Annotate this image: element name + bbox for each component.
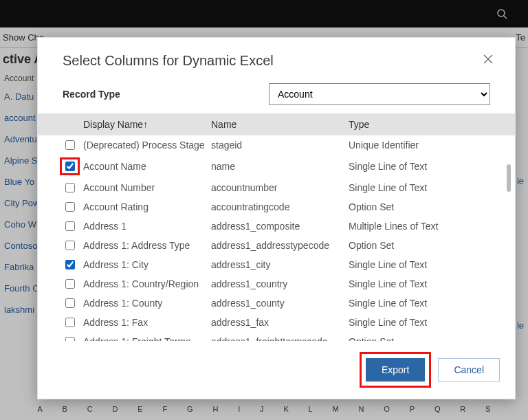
cell-name: address1_county: [211, 298, 349, 309]
cell-display-name: Address 1: Fax: [80, 317, 211, 328]
cell-name: accountnumber: [211, 182, 349, 193]
cell-name: address1_country: [211, 278, 349, 289]
cell-name: accountratingcode: [211, 201, 349, 212]
export-highlight: Export: [360, 352, 431, 388]
table-row[interactable]: Account NamenameSingle Line of Text: [63, 155, 511, 178]
cell-display-name: Address 1: City: [80, 259, 211, 270]
cell-type: Unique Identifier: [349, 140, 511, 151]
record-type-label: Record Type: [63, 89, 269, 100]
row-checkbox[interactable]: [65, 183, 75, 192]
cell-type: Single Line of Text: [349, 259, 511, 270]
scrollbar-thumb[interactable]: [507, 164, 511, 192]
row-checkbox[interactable]: [65, 279, 75, 289]
cell-type: Single Line of Text: [349, 161, 511, 172]
cell-type: Single Line of Text: [349, 298, 511, 309]
dialog-title: Select Columns for Dynamic Excel: [63, 53, 274, 69]
cell-display-name: Address 1: Country/Region: [80, 278, 211, 289]
table-row[interactable]: Address 1: Cityaddress1_citySingle Line …: [63, 255, 511, 274]
cell-type: Option Set: [349, 240, 511, 251]
table-row[interactable]: Address 1: Countyaddress1_countySingle L…: [63, 294, 511, 313]
cell-name: address1_addresstypecode: [211, 240, 349, 251]
cell-display-name: Account Number: [80, 182, 211, 193]
header-display-name[interactable]: Display Name↑: [80, 119, 211, 130]
cell-display-name: Address 1: Address Type: [80, 240, 211, 251]
highlighted-checkbox: [60, 157, 80, 175]
cell-type: Multiple Lines of Text: [349, 221, 511, 232]
cell-display-name: Address 1: County: [80, 298, 211, 309]
row-checkbox[interactable]: [65, 260, 75, 269]
cell-name: address1_city: [211, 259, 349, 270]
cell-name: name: [211, 161, 349, 172]
cell-display-name: Account Rating: [80, 201, 211, 212]
table-row[interactable]: Account NumberaccountnumberSingle Line o…: [63, 178, 511, 197]
close-icon[interactable]: [481, 52, 496, 69]
row-checkbox[interactable]: [65, 318, 75, 327]
header-type[interactable]: Type: [349, 119, 515, 130]
row-checkbox[interactable]: [65, 202, 75, 212]
cell-name: address1_freighttermscode: [211, 336, 349, 341]
cell-display-name: Address 1: [80, 221, 211, 232]
table-row[interactable]: Address 1: Address Typeaddress1_addresst…: [63, 236, 511, 255]
table-row[interactable]: Account RatingaccountratingcodeOption Se…: [63, 197, 511, 217]
record-type-select[interactable]: Account: [269, 83, 490, 105]
cell-name: address1_fax: [211, 317, 349, 328]
row-checkbox[interactable]: [65, 241, 75, 250]
header-checkbox-col: [63, 119, 80, 130]
header-name[interactable]: Name: [211, 119, 349, 130]
row-checkbox[interactable]: [65, 140, 75, 150]
export-button[interactable]: Export: [366, 358, 425, 382]
table-row[interactable]: (Deprecated) Process StagestageidUnique …: [63, 135, 511, 155]
select-columns-dialog: Select Columns for Dynamic Excel Record …: [37, 37, 516, 399]
cell-display-name: Account Name: [80, 161, 211, 172]
row-checkbox[interactable]: [65, 162, 75, 171]
cancel-button[interactable]: Cancel: [438, 358, 500, 382]
row-checkbox[interactable]: [65, 221, 75, 231]
cell-display-name: Address 1: Freight Terms: [80, 336, 211, 341]
table-row[interactable]: Address 1: Freight Termsaddress1_freight…: [63, 332, 511, 341]
column-header-row: Display Name↑ Name Type: [38, 113, 515, 135]
table-row[interactable]: Address 1: Faxaddress1_faxSingle Line of…: [63, 313, 511, 332]
cell-type: Option Set: [349, 336, 511, 341]
cell-name: address1_composite: [211, 221, 349, 232]
cell-type: Single Line of Text: [349, 182, 511, 193]
cell-display-name: (Deprecated) Process Stage: [80, 140, 211, 151]
cell-name: stageid: [211, 140, 349, 151]
table-row[interactable]: Address 1address1_compositeMultiple Line…: [63, 217, 511, 236]
column-list[interactable]: (Deprecated) Process StagestageidUnique …: [38, 135, 515, 341]
cell-type: Single Line of Text: [349, 278, 511, 289]
table-row[interactable]: Address 1: Country/Regionaddress1_countr…: [63, 274, 511, 294]
cell-type: Option Set: [349, 201, 511, 212]
cell-type: Single Line of Text: [349, 317, 511, 328]
row-checkbox[interactable]: [65, 298, 75, 308]
